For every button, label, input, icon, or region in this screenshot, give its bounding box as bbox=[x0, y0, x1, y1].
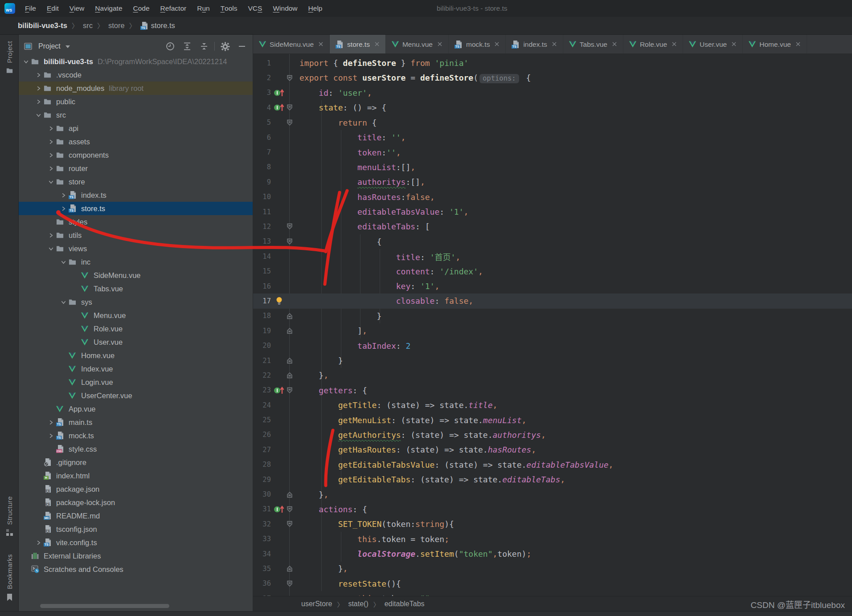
code-line-2[interactable]: 2export const userStore = defineStore(op… bbox=[253, 70, 852, 85]
fold-up-icon[interactable] bbox=[285, 313, 294, 319]
project-panel-title[interactable]: Project bbox=[38, 42, 61, 50]
code-line-29[interactable]: 29 getEditableTabs: (state) => state.edi… bbox=[253, 472, 852, 487]
chevron-right-icon[interactable] bbox=[33, 99, 44, 105]
chevron-right-icon[interactable] bbox=[45, 166, 56, 171]
tree-item-home.vue[interactable]: Home.vue bbox=[19, 349, 253, 362]
status-breadcrumb-item[interactable]: userStore bbox=[301, 600, 332, 608]
menu-file[interactable]: File bbox=[20, 0, 41, 17]
tool-button-bookmarks[interactable]: Bookmarks bbox=[0, 554, 19, 603]
fold-up-icon[interactable] bbox=[285, 372, 294, 379]
pin-icon[interactable] bbox=[273, 89, 285, 97]
editor-tab-store.ts[interactable]: TSstore.ts bbox=[330, 35, 386, 54]
chevron-right-icon[interactable] bbox=[45, 433, 56, 439]
pin-icon[interactable] bbox=[273, 505, 285, 514]
chevron-down-icon[interactable] bbox=[58, 259, 69, 265]
webstorm-logo-icon[interactable]: WS bbox=[4, 3, 15, 14]
code-line-7[interactable]: 7 token:'', bbox=[253, 145, 852, 159]
close-icon[interactable] bbox=[494, 41, 500, 48]
close-icon[interactable] bbox=[552, 41, 557, 48]
tree-item-.vscode[interactable]: .vscode bbox=[19, 68, 253, 82]
fold-down-icon[interactable] bbox=[285, 119, 294, 126]
chevron-right-icon[interactable] bbox=[58, 192, 69, 198]
code-line-27[interactable]: 27 getHasRoutes: (state) => state.hasRou… bbox=[253, 442, 852, 457]
code-editor[interactable]: 1import { defineStore } from 'pinia'2exp… bbox=[253, 54, 852, 596]
tree-item-src[interactable]: src bbox=[19, 108, 253, 122]
chevron-right-icon[interactable] bbox=[33, 540, 44, 546]
close-icon[interactable] bbox=[612, 41, 617, 48]
breadcrumb-item[interactable]: bilibili-vue3-ts bbox=[18, 21, 67, 30]
tree-item-bilibili-vue3-ts[interactable]: bilibili-vue3-tsD:\ProgramWorkSpace\IDEA… bbox=[19, 55, 253, 68]
chevron-down-icon[interactable] bbox=[33, 112, 44, 118]
editor-tab-sidemenu.vue[interactable]: SideMenu.vue bbox=[253, 35, 330, 54]
tree-item-tabs.vue[interactable]: Tabs.vue bbox=[19, 282, 253, 295]
tree-item-usercenter.vue[interactable]: UserCenter.vue bbox=[19, 389, 253, 402]
code-line-22[interactable]: 22 }, bbox=[253, 368, 852, 383]
tree-item-style.css[interactable]: CSSstyle.css bbox=[19, 442, 253, 456]
menu-vcs[interactable]: VCS bbox=[243, 0, 268, 17]
code-line-25[interactable]: 25 getMenuList: (state) => state.menuLis… bbox=[253, 412, 852, 427]
code-line-37[interactable]: 37 this.token = ""; bbox=[253, 591, 852, 596]
menu-tools[interactable]: Tools bbox=[215, 0, 243, 17]
editor-tab-index.ts[interactable]: TSindex.ts bbox=[506, 35, 563, 54]
tree-item-store.ts[interactable]: TSstore.ts bbox=[19, 202, 253, 215]
tree-item-tsconfig.json[interactable]: {}tsconfig.json bbox=[19, 522, 253, 536]
tree-item-components[interactable]: components bbox=[19, 148, 253, 162]
fold-down-icon[interactable] bbox=[285, 387, 294, 394]
tree-item-vite.config.ts[interactable]: TSvite.config.ts bbox=[19, 536, 253, 549]
code-line-13[interactable]: 13 { bbox=[253, 234, 852, 249]
tool-button-structure[interactable]: Structure bbox=[0, 496, 19, 538]
chevron-right-icon[interactable] bbox=[45, 233, 56, 238]
code-line-9[interactable]: 9 authoritys:[], bbox=[253, 175, 852, 189]
code-line-24[interactable]: 24 getTitle: (state) => state.title, bbox=[253, 398, 852, 412]
code-line-16[interactable]: 16 key: '1', bbox=[253, 279, 852, 294]
chevron-right-icon[interactable] bbox=[45, 152, 56, 158]
code-line-6[interactable]: 6 title: '', bbox=[253, 130, 852, 145]
fold-down-icon[interactable] bbox=[285, 521, 294, 527]
editor-tab-home.vue[interactable]: Home.vue bbox=[743, 35, 807, 54]
code-line-11[interactable]: 11 editableTabsValue: '1', bbox=[253, 204, 852, 219]
chevron-right-icon[interactable] bbox=[45, 139, 56, 145]
tool-button-project[interactable]: Project bbox=[0, 41, 19, 75]
fold-down-icon[interactable] bbox=[285, 580, 294, 587]
tree-item-sys[interactable]: sys bbox=[19, 295, 253, 309]
code-line-19[interactable]: 19 ], bbox=[253, 323, 852, 338]
tree-item-views[interactable]: views bbox=[19, 242, 253, 255]
chevron-right-icon[interactable] bbox=[33, 86, 44, 91]
editor-tab-user.vue[interactable]: User.vue bbox=[683, 35, 743, 54]
code-line-35[interactable]: 35 }, bbox=[253, 561, 852, 576]
code-line-23[interactable]: 23 getters: { bbox=[253, 383, 852, 398]
lightbulb-icon[interactable] bbox=[273, 297, 285, 305]
fold-up-icon[interactable] bbox=[285, 357, 294, 364]
chevron-down-icon[interactable] bbox=[20, 59, 31, 65]
code-line-17[interactable]: 17 closable: false, bbox=[253, 294, 852, 308]
code-line-36[interactable]: 36 resetState(){ bbox=[253, 576, 852, 591]
code-line-8[interactable]: 8 menuList:[], bbox=[253, 160, 852, 175]
menu-edit[interactable]: Edit bbox=[41, 0, 64, 17]
close-icon[interactable] bbox=[672, 41, 677, 48]
tree-item-api[interactable]: api bbox=[19, 122, 253, 135]
locate-icon[interactable] bbox=[162, 41, 179, 52]
editor-tab-menu.vue[interactable]: Menu.vue bbox=[386, 35, 449, 54]
fold-down-icon[interactable] bbox=[285, 75, 294, 82]
menu-window[interactable]: Window bbox=[267, 0, 303, 17]
chevron-right-icon[interactable] bbox=[45, 420, 56, 425]
collapse-all-icon[interactable] bbox=[196, 41, 213, 52]
hide-icon[interactable] bbox=[233, 41, 250, 52]
menu-help[interactable]: Help bbox=[303, 0, 328, 17]
tree-item-app.vue[interactable]: App.vue bbox=[19, 402, 253, 416]
close-icon[interactable] bbox=[374, 41, 380, 48]
tree-item-mock.ts[interactable]: TSmock.ts bbox=[19, 429, 253, 442]
tree-item-readme.md[interactable]: MDREADME.md bbox=[19, 509, 253, 522]
close-icon[interactable] bbox=[318, 41, 324, 48]
pin-icon[interactable] bbox=[273, 103, 285, 112]
chevron-right-icon[interactable] bbox=[33, 72, 44, 78]
tree-item-utils[interactable]: utils bbox=[19, 228, 253, 242]
chevron-right-icon[interactable] bbox=[45, 126, 56, 131]
code-line-31[interactable]: 31 actions: { bbox=[253, 502, 852, 517]
fold-up-icon[interactable] bbox=[285, 491, 294, 498]
code-line-5[interactable]: 5 return { bbox=[253, 115, 852, 130]
menu-view[interactable]: View bbox=[64, 0, 90, 17]
fold-down-icon[interactable] bbox=[285, 506, 294, 513]
chevron-down-icon[interactable] bbox=[65, 42, 70, 50]
code-line-10[interactable]: 10 hasRoutes:false, bbox=[253, 190, 852, 204]
